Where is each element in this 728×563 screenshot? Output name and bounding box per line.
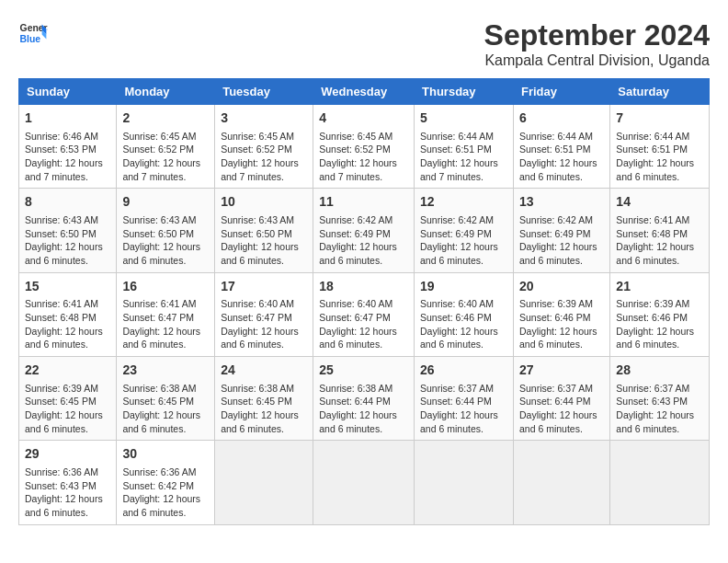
day-number: 16 [122,278,209,296]
calendar-cell: 14Sunrise: 6:41 AM Sunset: 6:48 PM Dayli… [610,189,710,272]
day-info: Sunrise: 6:46 AM Sunset: 6:53 PM Dayligh… [25,130,110,184]
day-number: 29 [25,445,110,464]
calendar-cell: 27Sunrise: 6:37 AM Sunset: 6:44 PM Dayli… [513,357,609,441]
day-info: Sunrise: 6:43 AM Sunset: 6:50 PM Dayligh… [122,213,209,268]
calendar-cell [610,441,710,524]
day-info: Sunrise: 6:42 AM Sunset: 6:49 PM Dayligh… [319,213,408,268]
calendar-table: SundayMondayTuesdayWednesdayThursdayFrid… [18,78,710,525]
calendar-week-2: 8Sunrise: 6:43 AM Sunset: 6:50 PM Daylig… [19,189,710,272]
day-number: 23 [122,362,209,380]
calendar-cell: 30Sunrise: 6:36 AM Sunset: 6:42 PM Dayli… [117,441,215,524]
calendar-cell: 9Sunrise: 6:43 AM Sunset: 6:50 PM Daylig… [117,189,215,272]
day-number: 25 [319,362,408,380]
day-info: Sunrise: 6:38 AM Sunset: 6:45 PM Dayligh… [122,382,209,436]
day-info: Sunrise: 6:39 AM Sunset: 6:46 PM Dayligh… [616,297,703,351]
weekday-thursday: Thursday [415,79,514,105]
weekday-header-row: SundayMondayTuesdayWednesdayThursdayFrid… [19,79,710,105]
calendar-week-3: 15Sunrise: 6:41 AM Sunset: 6:48 PM Dayli… [19,272,710,356]
day-info: Sunrise: 6:39 AM Sunset: 6:46 PM Dayligh… [519,297,604,351]
calendar-cell [415,441,514,524]
day-number: 27 [519,362,604,380]
day-number: 24 [221,362,307,380]
calendar-cell: 7Sunrise: 6:44 AM Sunset: 6:51 PM Daylig… [610,105,710,189]
day-info: Sunrise: 6:42 AM Sunset: 6:49 PM Dayligh… [519,213,604,268]
day-number: 14 [616,193,703,212]
day-info: Sunrise: 6:45 AM Sunset: 6:52 PM Dayligh… [122,130,209,184]
day-info: Sunrise: 6:40 AM Sunset: 6:47 PM Dayligh… [319,297,408,351]
calendar-cell: 22Sunrise: 6:39 AM Sunset: 6:45 PM Dayli… [19,357,117,441]
day-number: 15 [25,278,110,296]
day-number: 12 [420,193,507,212]
day-number: 7 [616,109,703,128]
day-info: Sunrise: 6:44 AM Sunset: 6:51 PM Dayligh… [616,130,703,184]
day-info: Sunrise: 6:44 AM Sunset: 6:51 PM Dayligh… [519,130,604,184]
calendar-week-5: 29Sunrise: 6:36 AM Sunset: 6:43 PM Dayli… [19,441,710,524]
day-number: 5 [420,109,507,128]
day-number: 2 [122,109,209,128]
calendar-cell: 28Sunrise: 6:37 AM Sunset: 6:43 PM Dayli… [610,357,710,441]
day-number: 13 [519,193,604,212]
calendar-cell: 8Sunrise: 6:43 AM Sunset: 6:50 PM Daylig… [19,189,117,272]
day-info: Sunrise: 6:36 AM Sunset: 6:42 PM Dayligh… [122,465,209,520]
day-number: 3 [221,109,307,128]
day-info: Sunrise: 6:43 AM Sunset: 6:50 PM Dayligh… [221,213,307,268]
calendar-week-4: 22Sunrise: 6:39 AM Sunset: 6:45 PM Dayli… [19,357,710,441]
day-info: Sunrise: 6:38 AM Sunset: 6:44 PM Dayligh… [319,382,408,436]
calendar-cell: 13Sunrise: 6:42 AM Sunset: 6:49 PM Dayli… [513,189,609,272]
day-info: Sunrise: 6:39 AM Sunset: 6:45 PM Dayligh… [25,382,110,436]
calendar-cell: 12Sunrise: 6:42 AM Sunset: 6:49 PM Dayli… [415,189,514,272]
calendar-cell: 4Sunrise: 6:45 AM Sunset: 6:52 PM Daylig… [313,105,415,189]
calendar-cell: 5Sunrise: 6:44 AM Sunset: 6:51 PM Daylig… [415,105,514,189]
day-info: Sunrise: 6:37 AM Sunset: 6:44 PM Dayligh… [519,382,604,436]
day-number: 19 [420,278,507,296]
calendar-cell: 23Sunrise: 6:38 AM Sunset: 6:45 PM Dayli… [117,357,215,441]
calendar-body: 1Sunrise: 6:46 AM Sunset: 6:53 PM Daylig… [19,105,710,525]
calendar-cell: 17Sunrise: 6:40 AM Sunset: 6:47 PM Dayli… [215,272,313,356]
day-info: Sunrise: 6:40 AM Sunset: 6:47 PM Dayligh… [221,297,307,351]
calendar-cell [513,441,609,524]
calendar-cell: 1Sunrise: 6:46 AM Sunset: 6:53 PM Daylig… [19,105,117,189]
day-info: Sunrise: 6:38 AM Sunset: 6:45 PM Dayligh… [221,382,307,436]
calendar-cell: 26Sunrise: 6:37 AM Sunset: 6:44 PM Dayli… [415,357,514,441]
day-info: Sunrise: 6:42 AM Sunset: 6:49 PM Dayligh… [420,213,507,268]
day-number: 26 [420,362,507,380]
header: General Blue September 2024 Kampala Cent… [18,18,710,69]
calendar-cell: 19Sunrise: 6:40 AM Sunset: 6:46 PM Dayli… [415,272,514,356]
calendar-week-1: 1Sunrise: 6:46 AM Sunset: 6:53 PM Daylig… [19,105,710,189]
day-number: 17 [221,278,307,296]
calendar-cell: 15Sunrise: 6:41 AM Sunset: 6:48 PM Dayli… [19,272,117,356]
day-number: 30 [122,445,209,464]
weekday-monday: Monday [117,79,215,105]
day-number: 4 [319,109,408,128]
weekday-sunday: Sunday [19,79,117,105]
day-number: 20 [519,278,604,296]
day-number: 8 [25,193,110,212]
logo-icon: General Blue [18,18,48,48]
day-info: Sunrise: 6:40 AM Sunset: 6:46 PM Dayligh… [420,297,507,351]
weekday-wednesday: Wednesday [313,79,415,105]
day-info: Sunrise: 6:45 AM Sunset: 6:52 PM Dayligh… [221,130,307,184]
calendar-cell: 18Sunrise: 6:40 AM Sunset: 6:47 PM Dayli… [313,272,415,356]
calendar-cell: 10Sunrise: 6:43 AM Sunset: 6:50 PM Dayli… [215,189,313,272]
calendar-cell: 16Sunrise: 6:41 AM Sunset: 6:47 PM Dayli… [117,272,215,356]
day-info: Sunrise: 6:41 AM Sunset: 6:47 PM Dayligh… [122,297,209,351]
weekday-saturday: Saturday [610,79,710,105]
svg-text:Blue: Blue [20,34,41,44]
main-title: September 2024 [484,18,710,52]
title-area: September 2024 Kampala Central Division,… [484,18,710,69]
calendar-cell [215,441,313,524]
day-number: 21 [616,278,703,296]
calendar-cell: 11Sunrise: 6:42 AM Sunset: 6:49 PM Dayli… [313,189,415,272]
day-info: Sunrise: 6:41 AM Sunset: 6:48 PM Dayligh… [616,213,703,268]
day-number: 1 [25,109,110,128]
weekday-tuesday: Tuesday [215,79,313,105]
day-info: Sunrise: 6:43 AM Sunset: 6:50 PM Dayligh… [25,213,110,268]
day-number: 6 [519,109,604,128]
calendar-cell: 24Sunrise: 6:38 AM Sunset: 6:45 PM Dayli… [215,357,313,441]
day-info: Sunrise: 6:45 AM Sunset: 6:52 PM Dayligh… [319,130,408,184]
calendar-cell: 3Sunrise: 6:45 AM Sunset: 6:52 PM Daylig… [215,105,313,189]
day-info: Sunrise: 6:37 AM Sunset: 6:43 PM Dayligh… [616,382,703,436]
calendar-cell: 25Sunrise: 6:38 AM Sunset: 6:44 PM Dayli… [313,357,415,441]
calendar-cell [313,441,415,524]
day-number: 28 [616,362,703,380]
